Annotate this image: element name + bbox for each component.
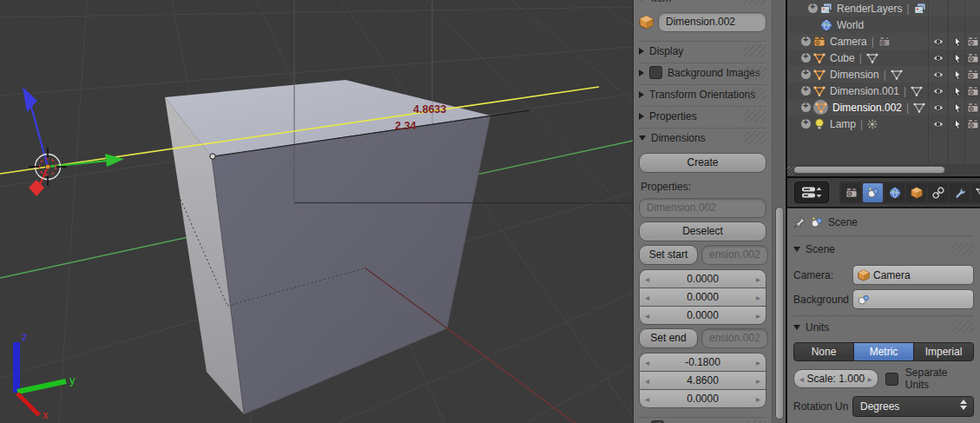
scene-icon [858,294,870,306]
outliner-item-label[interactable]: RenderLayers [837,3,902,15]
panel-header-dimensions[interactable]: Dimensions [639,128,766,147]
set-start-button[interactable]: Set start [639,245,698,265]
pin-icon[interactable] [793,216,806,228]
renderability-camera-icon[interactable] [967,36,979,48]
expand-icon[interactable] [808,3,818,13]
panel-header-transform-orientations[interactable]: Transform Orientations [639,84,766,103]
panel-header-scene[interactable]: Scene [793,240,974,258]
mesh-data-icon[interactable] [866,52,878,64]
outliner-row-dimension-002[interactable]: Dimension.002 | [787,99,980,116]
camera-data-icon[interactable] [878,36,891,48]
tab-render[interactable] [841,183,861,202]
outliner-item-label[interactable]: Cube [830,52,855,64]
panel-header-properties[interactable]: Properties [639,106,766,125]
selectability-cursor-icon[interactable] [952,86,963,96]
renderability-camera-icon[interactable] [967,69,979,81]
start-y-slider[interactable]: 0.0000 [639,288,766,307]
renderability-camera-icon[interactable] [967,118,979,130]
end-x-slider[interactable]: -0.1800 [639,353,766,372]
right-column: RenderLayers | World Camera | [786,0,980,423]
outliner-row-dimension[interactable]: Dimension | [787,66,980,83]
outliner-row-renderlayers[interactable]: RenderLayers | [787,0,980,17]
background-dropdown[interactable] [852,289,974,309]
outliner-item-label-selected[interactable]: Dimension.002 [832,102,902,114]
visibility-eye-icon[interactable] [932,102,944,114]
units-imperial-button[interactable]: Imperial [913,342,974,361]
end-y-slider[interactable]: 4.8600 [639,371,766,390]
renderability-camera-icon[interactable] [967,102,979,114]
create-button[interactable]: Create [639,153,766,173]
set-end-target-field: ension.002 [701,328,768,348]
end-z-slider[interactable]: 0.0000 [639,389,766,408]
expand-icon[interactable] [801,119,811,129]
visibility-eye-icon[interactable] [932,36,944,48]
outliner-item-label[interactable]: Camera [830,36,867,48]
expand-icon[interactable] [801,53,811,63]
mesh-data-icon[interactable] [891,69,903,81]
outliner-item-label[interactable]: Lamp [830,118,856,130]
3d-viewport[interactable]: 4.8633 2.34 z y x [0,0,633,423]
units-none-button[interactable]: None [793,342,854,361]
outliner-row-camera[interactable]: Camera | [787,33,980,50]
deselect-button[interactable]: Deselect [639,221,766,241]
outliner-row-world[interactable]: World [787,17,980,33]
panel-header-background-images[interactable]: Background Images [639,63,766,82]
selectability-cursor-icon[interactable] [952,69,963,80]
tool-panel-scrollbar[interactable] [772,0,786,423]
panel-header-units[interactable]: Units [793,318,974,336]
dimension-value-label-1: 4.8633 [413,103,446,116]
scrollbar-thumb[interactable] [775,207,784,420]
units-metric-button[interactable]: Metric [853,342,914,361]
tab-data[interactable] [971,183,980,202]
outliner-row-lamp[interactable]: Lamp | [787,116,980,132]
expand-icon[interactable] [801,86,811,96]
mesh-object-icon [813,85,825,97]
tab-object[interactable] [906,183,926,202]
tab-modifiers[interactable] [950,183,970,202]
visibility-eye-icon[interactable] [932,85,944,97]
lamp-data-icon[interactable] [867,119,878,129]
tab-constraints[interactable] [928,183,948,202]
renderability-camera-icon[interactable] [967,85,979,97]
panel-header-item[interactable]: Item [639,0,766,7]
start-z-slider[interactable]: 0.0000 [639,306,766,325]
start-x-slider[interactable]: 0.0000 [639,269,766,288]
camera-dropdown[interactable]: Camera [852,265,974,285]
selectability-cursor-icon[interactable] [952,36,963,47]
panel-header-measure[interactable]: Measure [639,417,766,423]
outliner-item-label[interactable]: World [837,19,864,31]
tab-world[interactable] [885,183,904,202]
visibility-eye-icon[interactable] [932,69,944,81]
outliner-row-dimension-001[interactable]: Dimension.001 | [787,83,980,99]
renderlayer-data-icon[interactable] [914,3,926,15]
selectability-cursor-icon[interactable] [952,119,963,129]
scene-header-label: Scene [806,243,835,255]
outliner-row-cube[interactable]: Cube | [787,50,980,66]
breadcrumb: Scene [793,214,974,231]
separate-units-checkbox[interactable] [885,373,898,386]
visibility-eye-icon[interactable] [932,52,944,64]
set-end-button[interactable]: Set end [639,328,698,348]
visibility-eye-icon[interactable] [932,118,944,130]
panel-header-display[interactable]: Display [639,41,766,60]
dimension-value-label-2: 2.34 [395,120,416,132]
rotation-units-dropdown[interactable]: Degrees [852,396,974,417]
outliner-item-label[interactable]: Dimension.001 [830,85,899,97]
expand-icon[interactable] [801,36,811,46]
scale-slider[interactable]: Scale: 1.000 [793,369,878,388]
mesh-data-icon[interactable] [913,102,925,114]
scrollbar-thumb[interactable] [793,166,945,174]
renderability-camera-icon[interactable] [967,52,979,64]
background-images-checkbox[interactable] [649,66,662,79]
selectability-cursor-icon[interactable] [952,53,963,63]
tab-scene[interactable] [863,183,883,202]
expand-icon[interactable] [801,69,811,79]
selectability-cursor-icon[interactable] [952,102,963,113]
mesh-data-icon[interactable] [911,85,923,97]
editor-type-selector[interactable] [794,182,829,203]
outliner-item-label[interactable]: Dimension [830,69,879,81]
outliner-horizontal-scrollbar[interactable] [787,164,980,176]
measure-handle[interactable] [210,154,215,159]
object-name-field[interactable]: Dimension.002 [658,12,766,32]
expand-icon[interactable] [801,102,811,112]
